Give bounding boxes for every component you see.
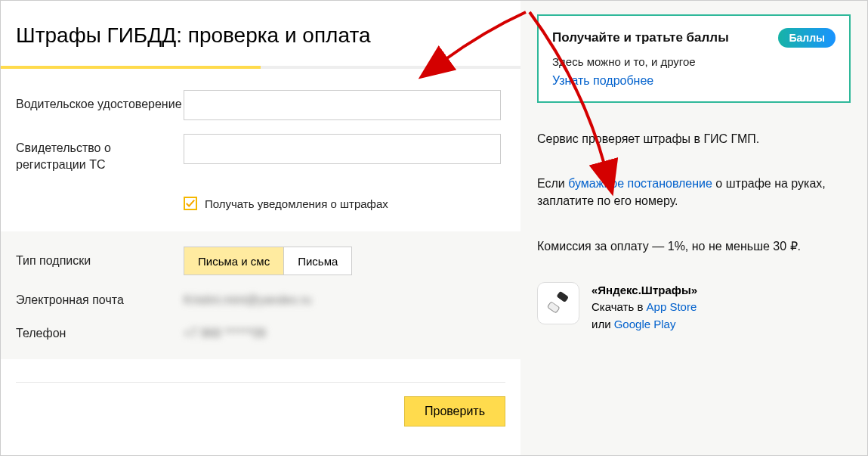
progress-fill: [1, 66, 261, 69]
registration-input[interactable]: [184, 134, 501, 164]
check-icon: [185, 198, 196, 209]
subscription-type-toggle: Письма и смс Письма: [184, 247, 352, 275]
info-line-1: Сервис проверяет штрафы в ГИС ГМП.: [537, 130, 851, 147]
app-block: «Яндекс.Штрафы» Скачать в App Store или …: [537, 282, 851, 333]
email-label: Электронная почта: [16, 292, 184, 309]
or-text: или: [592, 318, 614, 330]
notify-checkbox-label: Получать уведомления о штрафах: [205, 197, 388, 210]
promo-title: Получайте и тратьте баллы: [552, 30, 729, 45]
google-play-link[interactable]: Google Play: [614, 318, 676, 330]
learn-more-link[interactable]: Узнать подробнее: [552, 74, 653, 87]
paper-decree-link[interactable]: бумажное постановление: [568, 177, 712, 190]
promo-subtitle: Здесь можно и то, и другое: [552, 55, 836, 68]
email-value: Kristini.mint@yandex.ru: [184, 293, 311, 307]
toggle-both-button[interactable]: Письма и смс: [184, 247, 283, 275]
download-prefix: Скачать в: [592, 300, 647, 313]
info-line-2: Если бумажное постановление о штрафе на …: [537, 175, 851, 209]
notify-checkbox-row[interactable]: Получать уведомления о штрафах: [184, 197, 505, 210]
phone-value: +7 968 ******09: [184, 327, 266, 340]
points-badge[interactable]: Баллы: [778, 28, 836, 48]
driver-license-label: Водительское удостоверение: [16, 90, 184, 113]
info-line-3: Комиссия за оплату — 1%, но не меньше 30…: [537, 237, 851, 255]
notify-checkbox[interactable]: [184, 197, 197, 210]
promo-box: Получайте и тратьте баллы Баллы Здесь мо…: [537, 14, 851, 103]
progress-bar: [1, 66, 520, 69]
page-title: Штрафы ГИБДД: проверка и оплата: [16, 23, 505, 48]
info-panel: Получайте и тратьте баллы Баллы Здесь мо…: [520, 1, 867, 455]
form-panel: Штрафы ГИБДД: проверка и оплата Водитель…: [1, 1, 520, 455]
check-button[interactable]: Проверить: [404, 396, 505, 427]
info-line-2a: Если: [537, 177, 568, 190]
whistle-icon: [545, 290, 571, 316]
registration-label: Свидетельство о регистрации ТС: [16, 134, 184, 172]
driver-license-input[interactable]: [184, 90, 501, 120]
app-store-link[interactable]: App Store: [647, 300, 697, 313]
phone-label: Телефон: [16, 325, 184, 342]
app-title: «Яндекс.Штрафы»: [592, 282, 697, 299]
toggle-email-button[interactable]: Письма: [283, 247, 351, 275]
subscription-type-label: Тип подписки: [16, 253, 184, 269]
submit-area: Проверить: [16, 382, 505, 427]
subscription-section: Тип подписки Письма и смс Письма Электро…: [1, 231, 520, 359]
app-icon: [537, 282, 579, 324]
